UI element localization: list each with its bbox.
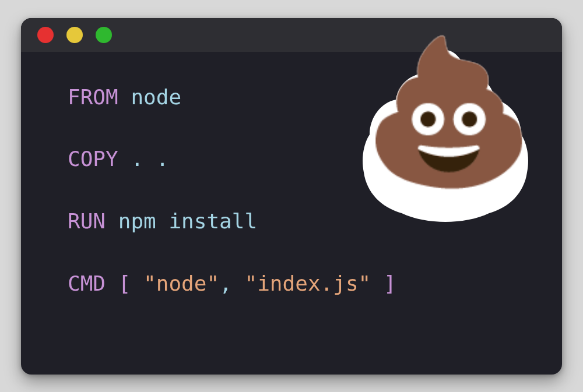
- close-button[interactable]: [37, 27, 54, 43]
- poop-icon: 💩: [361, 41, 536, 181]
- minimize-button[interactable]: [66, 27, 83, 43]
- dockerfile-arg: . .: [131, 147, 168, 171]
- dockerfile-keyword: RUN: [68, 209, 106, 233]
- bracket: ]: [384, 271, 396, 295]
- code-line-cmd: CMD [ "node", "index.js" ]: [68, 270, 515, 298]
- dockerfile-arg: node: [131, 85, 181, 109]
- maximize-button[interactable]: [96, 27, 112, 43]
- bracket: [: [118, 271, 131, 295]
- dockerfile-keyword: FROM: [68, 85, 118, 109]
- dockerfile-keyword: COPY: [68, 147, 118, 171]
- comma: ,: [219, 271, 232, 295]
- terminal-window: FROM node COPY . . RUN npm install CMD […: [21, 18, 562, 375]
- dockerfile-arg: npm install: [118, 209, 257, 233]
- dockerfile-keyword: CMD: [68, 271, 106, 295]
- dockerfile-string: "index.js": [245, 271, 371, 295]
- dockerfile-string: "node": [143, 271, 219, 295]
